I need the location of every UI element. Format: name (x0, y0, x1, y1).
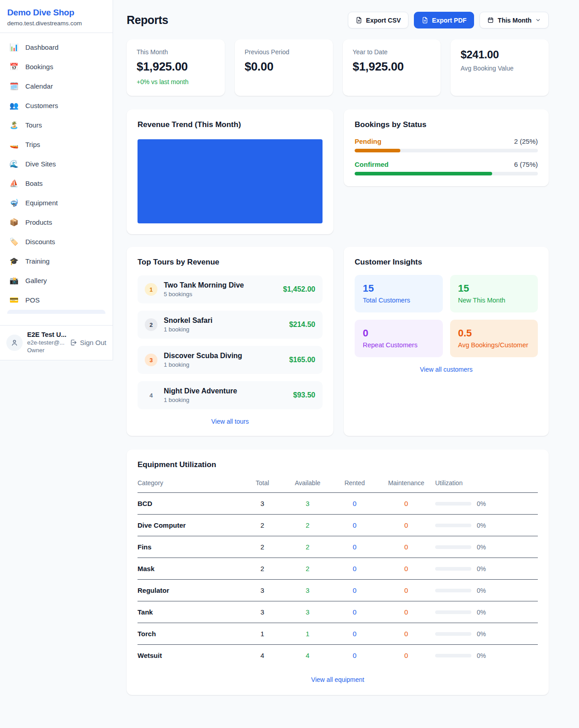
view-all-tours-link[interactable]: View all tours (138, 418, 323, 425)
sidebar-item-customers[interactable]: 👥Customers (4, 96, 109, 115)
period-label: This Month (498, 17, 532, 24)
view-all-customers-link[interactable]: View all customers (355, 366, 538, 373)
tag-icon: 🏷️ (9, 238, 19, 246)
sign-out-button[interactable]: Sign Out (70, 339, 106, 346)
table-header-row: Category Total Available Rented Maintena… (138, 475, 538, 493)
charts-row: Revenue Trend (This Month) Bookings by S… (127, 109, 549, 234)
sidebar-item-gallery[interactable]: 📸Gallery (4, 271, 109, 290)
utilization-percent: 0% (477, 587, 486, 594)
island-icon: 🏝️ (9, 122, 19, 129)
cell-category: BCD (138, 493, 242, 515)
sidebar-item-pos[interactable]: 💳POS (4, 290, 109, 310)
sidebar-item-equipment[interactable]: 🤿Equipment (4, 193, 109, 213)
cell-rented: 0 (332, 515, 377, 536)
export-pdf-button[interactable]: Export PDF (414, 12, 474, 28)
cell-utilization: 0% (435, 515, 538, 536)
sidebar-item-trips[interactable]: 🚤Trips (4, 135, 109, 154)
calendar-icon (487, 17, 494, 24)
bookings-by-status-title: Bookings by Status (355, 120, 538, 129)
cell-utilization: 0% (435, 580, 538, 601)
cell-utilization: 0% (435, 558, 538, 580)
sidebar-item-bookings[interactable]: 📅Bookings (4, 57, 109, 76)
status-bar-track (355, 149, 538, 152)
cell-utilization: 0% (435, 601, 538, 623)
customer-insights-card: Customer Insights 15 Total Customers 15 … (344, 247, 549, 436)
sidebar-item-products[interactable]: 📦Products (4, 213, 109, 232)
sidebar-item-dive-sites[interactable]: 🌊Dive Sites (4, 154, 109, 174)
shop-domain: demo.test.divestreams.com (7, 20, 105, 27)
revenue-trend-chart (138, 139, 323, 223)
main-content: Reports Export CSV Export PDF This Month… (113, 0, 579, 695)
equipment-table: Category Total Available Rented Maintena… (138, 475, 538, 666)
tour-name: Discover Scuba Diving (164, 352, 283, 360)
rank-badge: 3 (145, 354, 157, 366)
cell-total: 4 (242, 645, 283, 667)
file-download-icon (422, 17, 428, 24)
export-csv-button[interactable]: Export CSV (348, 12, 408, 28)
sidebar-item-active-partial[interactable] (7, 310, 105, 314)
cell-available: 2 (283, 536, 332, 558)
cell-maintenance: 0 (377, 515, 435, 536)
tour-bookings: 1 booking (164, 361, 283, 368)
sidebar-item-label: Dive Sites (25, 160, 56, 168)
sidebar-item-label: Dashboard (25, 43, 58, 51)
period-dropdown[interactable]: This Month (479, 12, 549, 28)
insights-row: Top Tours by Revenue 1 Two Tank Morning … (127, 247, 549, 436)
status-bar-fill-pending (355, 149, 400, 152)
tour-row: 1 Two Tank Morning Dive 5 bookings $1,45… (138, 275, 323, 303)
sidebar-item-label: Training (25, 257, 50, 265)
utilization-bar (435, 524, 471, 527)
tile-label: Total Customers (363, 297, 435, 304)
stat-label: Year to Date (353, 48, 431, 56)
equipment-utilization-card: Equipment Utilization Category Total Ava… (127, 449, 549, 695)
tile-total-customers: 15 Total Customers (355, 275, 443, 312)
sidebar-item-training[interactable]: 🎓Training (4, 251, 109, 271)
tile-new-this-month: 15 New This Month (450, 275, 538, 312)
cell-utilization: 0% (435, 493, 538, 515)
tour-bookings: 1 booking (164, 326, 283, 333)
sidebar-item-label: POS (25, 296, 40, 304)
cell-category: Dive Computer (138, 515, 242, 536)
package-icon: 📦 (9, 219, 19, 226)
utilization-percent: 0% (477, 544, 486, 551)
sidebar-item-label: Equipment (25, 199, 58, 207)
col-maintenance: Maintenance (377, 475, 435, 493)
stat-card-avg-booking-value: $241.00 Avg Booking Value (451, 39, 549, 96)
cell-available: 1 (283, 623, 332, 645)
utilization-bar (435, 502, 471, 506)
file-download-icon (356, 17, 362, 24)
logout-icon (70, 339, 77, 346)
user-role: Owner (27, 347, 65, 354)
stat-cards: This Month $1,925.00 +0% vs last month P… (127, 39, 549, 96)
wave-icon: 🌊 (9, 161, 19, 168)
stat-value: $241.00 (460, 48, 539, 61)
sidebar-item-dashboard[interactable]: 📊Dashboard (4, 38, 109, 57)
table-row: Wetsuit 4 4 0 0 0% (138, 645, 538, 667)
status-bar-track (355, 172, 538, 175)
credit-card-icon: 💳 (9, 297, 19, 304)
diving-mask-icon: 🤿 (9, 199, 19, 207)
cell-total: 2 (242, 515, 283, 536)
sidebar-item-tours[interactable]: 🏝️Tours (4, 115, 109, 135)
cell-total: 3 (242, 493, 283, 515)
col-rented: Rented (332, 475, 377, 493)
sidebar-item-boats[interactable]: ⛵Boats (4, 174, 109, 193)
stat-trend: +0% vs last month (137, 78, 215, 85)
tile-label: Avg Bookings/Customer (458, 341, 530, 349)
sidebar: Demo Dive Shop demo.test.divestreams.com… (0, 0, 113, 360)
sidebar-item-label: Products (25, 218, 52, 226)
cell-rented: 0 (332, 623, 377, 645)
cell-maintenance: 0 (377, 580, 435, 601)
equipment-utilization-title: Equipment Utilization (138, 460, 538, 469)
view-all-equipment-link[interactable]: View all equipment (138, 676, 538, 683)
table-row: BCD 3 3 0 0 0% (138, 493, 538, 515)
cell-maintenance: 0 (377, 558, 435, 580)
sidebar-item-discounts[interactable]: 🏷️Discounts (4, 232, 109, 251)
cell-utilization: 0% (435, 623, 538, 645)
utilization-bar (435, 545, 471, 549)
tour-revenue: $165.00 (289, 356, 315, 364)
sidebar-item-calendar[interactable]: 🗓️Calendar (4, 76, 109, 96)
cell-category: Torch (138, 623, 242, 645)
utilization-bar (435, 589, 471, 592)
export-pdf-label: Export PDF (432, 17, 466, 24)
